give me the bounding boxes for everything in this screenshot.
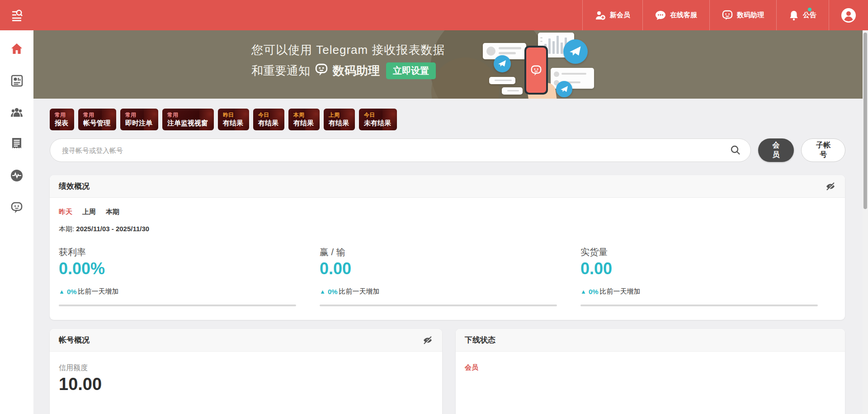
nav-item-online-service[interactable]: 在线客服 bbox=[642, 0, 709, 30]
top-navbar: 新会员 在线客服 bbox=[0, 0, 868, 30]
search-icon[interactable] bbox=[730, 145, 741, 157]
performance-card-title: 绩效概况 bbox=[59, 181, 90, 191]
setup-now-button[interactable]: 立即设置 bbox=[386, 62, 436, 79]
nav-item-digital-assistant[interactable]: 数码助理 bbox=[709, 0, 776, 30]
quick-tag-today-noresults[interactable]: 今日 未有结果 bbox=[359, 109, 397, 130]
metric-progress-bar bbox=[320, 305, 557, 306]
downline-card-title: 下线状态 bbox=[465, 335, 495, 345]
nav-item-announcements[interactable]: 公告 bbox=[776, 0, 829, 30]
banner-illustration bbox=[475, 30, 665, 99]
tag-bottom-label: 帐号管理 bbox=[83, 119, 110, 127]
nav-item-label: 在线客服 bbox=[670, 11, 697, 19]
performance-tabs: 昨天 上周 本期 bbox=[59, 208, 828, 216]
tag-top-label: 常用 bbox=[167, 112, 208, 119]
performance-overview-card: 绩效概况 昨天 上周 本期 本期: bbox=[50, 175, 845, 320]
report-icon[interactable] bbox=[6, 70, 27, 91]
tag-bottom-label: 未有结果 bbox=[364, 119, 391, 127]
downline-member-tab[interactable]: 会员 bbox=[465, 363, 478, 372]
telegram-icon bbox=[563, 39, 588, 64]
quick-tag-yesterday-results[interactable]: 昨日 有结果 bbox=[218, 109, 249, 130]
telegram-banner: 您可以使用 Telegram 接收报表数据 和重要通知 数码助理 立即设置 bbox=[33, 30, 863, 99]
tag-bottom-label: 有结果 bbox=[329, 119, 349, 127]
nav-item-new-member[interactable]: 新会员 bbox=[582, 0, 642, 30]
metric-label: 实货量 bbox=[580, 246, 828, 258]
tag-bottom-label: 报表 bbox=[55, 119, 68, 127]
metric-change-pct: 0% bbox=[589, 288, 599, 295]
search-row: 会员 子帐号 bbox=[50, 138, 845, 162]
metric-value: 0.00 bbox=[320, 259, 567, 278]
metric-label: 赢 / 输 bbox=[320, 246, 567, 258]
nav-item-label: 公告 bbox=[803, 11, 816, 19]
period-range: 本期: 2025/11/03 - 2025/11/30 bbox=[59, 225, 828, 233]
users-icon[interactable] bbox=[6, 102, 27, 123]
chat-icon bbox=[655, 10, 666, 20]
metric-profit-rate: 获利率 0.00% ▲ 0% 比前一天增加 bbox=[59, 246, 306, 306]
telegram-icon bbox=[556, 81, 572, 97]
search-input[interactable] bbox=[50, 138, 751, 162]
member-filter-button[interactable]: 会员 bbox=[758, 138, 794, 162]
tab-yesterday[interactable]: 昨天 bbox=[59, 208, 72, 216]
quick-tag-live-bets[interactable]: 常用 即时注单 bbox=[120, 109, 158, 130]
quick-tags-row: 常用 报表 常用 帐号管理 常用 即时注单 常用 注单监视视窗 昨日 有结果 今… bbox=[50, 109, 845, 130]
metric-change-text: 比前一天增加 bbox=[339, 287, 380, 296]
tag-top-label: 今日 bbox=[258, 112, 278, 119]
robot-bubble-icon bbox=[315, 63, 328, 79]
period-label: 本期: bbox=[59, 225, 74, 233]
metric-value: 0.00% bbox=[59, 259, 306, 278]
eye-slash-icon[interactable] bbox=[825, 182, 836, 191]
banner-line2-prefix: 和重要通知 bbox=[251, 63, 310, 79]
metric-win-loss: 赢 / 输 0.00 ▲ 0% 比前一天增加 bbox=[320, 246, 567, 306]
tag-top-label: 常用 bbox=[83, 112, 110, 119]
credit-limit-value: 10.00 bbox=[59, 375, 433, 394]
receipt-icon[interactable] bbox=[6, 133, 27, 154]
metric-change-pct: 0% bbox=[67, 288, 77, 295]
subaccount-filter-button[interactable]: 子帐号 bbox=[801, 138, 845, 162]
metric-progress-bar bbox=[59, 305, 296, 306]
scrollbar-thumb[interactable] bbox=[863, 33, 867, 209]
tag-top-label: 本周 bbox=[293, 112, 314, 119]
quick-tag-thisweek-results[interactable]: 本周 有结果 bbox=[288, 109, 320, 130]
metric-actual-volume: 实货量 0.00 ▲ 0% 比前一天增加 bbox=[580, 246, 828, 306]
user-avatar[interactable] bbox=[829, 0, 868, 30]
up-triangle-icon: ▲ bbox=[320, 288, 326, 295]
bell-icon bbox=[789, 10, 799, 21]
tag-bottom-label: 即时注单 bbox=[125, 119, 152, 127]
home-icon[interactable] bbox=[6, 38, 27, 59]
quick-tag-bet-monitor[interactable]: 常用 注单监视视窗 bbox=[162, 109, 214, 130]
metric-value: 0.00 bbox=[580, 259, 828, 278]
tab-thisperiod[interactable]: 本期 bbox=[106, 208, 119, 216]
tag-top-label: 今日 bbox=[364, 112, 391, 119]
quick-tag-reports[interactable]: 常用 报表 bbox=[50, 109, 74, 130]
tag-bottom-label: 有结果 bbox=[223, 119, 243, 127]
metric-label: 获利率 bbox=[59, 246, 306, 258]
period-value: 2025/11/03 - 2025/11/30 bbox=[76, 225, 149, 233]
banner-line1: 您可以使用 Telegram 接收报表数据 bbox=[251, 42, 445, 58]
left-sidebar bbox=[0, 30, 33, 414]
eye-slash-icon[interactable] bbox=[422, 336, 433, 345]
downline-status-card: 下线状态 会员 bbox=[456, 329, 845, 414]
quick-tag-lastweek-results[interactable]: 上周 有结果 bbox=[324, 109, 355, 130]
metrics-row: 获利率 0.00% ▲ 0% 比前一天增加 赢 / 输 0.00 ▲ bbox=[59, 246, 828, 306]
credit-limit-label: 信用额度 bbox=[59, 363, 433, 373]
notification-bar-graphic bbox=[489, 77, 515, 84]
banner-assistant-label: 数码助理 bbox=[333, 63, 380, 79]
assistant-icon[interactable] bbox=[6, 197, 27, 218]
nav-item-label: 新会员 bbox=[610, 11, 630, 19]
quick-tag-account-management[interactable]: 常用 帐号管理 bbox=[78, 109, 116, 130]
tag-top-label: 常用 bbox=[55, 112, 68, 119]
tag-top-label: 常用 bbox=[125, 112, 152, 119]
telegram-icon bbox=[494, 55, 511, 72]
up-triangle-icon: ▲ bbox=[59, 288, 65, 295]
banner-text: 您可以使用 Telegram 接收报表数据 和重要通知 数码助理 立即设置 bbox=[251, 42, 445, 79]
account-overview-card: 帐号概况 信用额度 10.00 bbox=[50, 329, 442, 414]
tag-bottom-label: 有结果 bbox=[293, 119, 314, 127]
tab-lastweek[interactable]: 上周 bbox=[82, 208, 96, 216]
quick-tag-today-results[interactable]: 今日 有结果 bbox=[253, 109, 284, 130]
tag-bottom-label: 注单监视视窗 bbox=[167, 119, 208, 127]
up-triangle-icon: ▲ bbox=[580, 288, 586, 295]
metric-change-text: 比前一天增加 bbox=[78, 287, 119, 296]
tag-top-label: 上周 bbox=[329, 112, 349, 119]
menu-search-icon[interactable] bbox=[10, 8, 25, 23]
pulse-icon[interactable] bbox=[6, 165, 27, 186]
page-scrollbar[interactable] bbox=[863, 30, 868, 414]
